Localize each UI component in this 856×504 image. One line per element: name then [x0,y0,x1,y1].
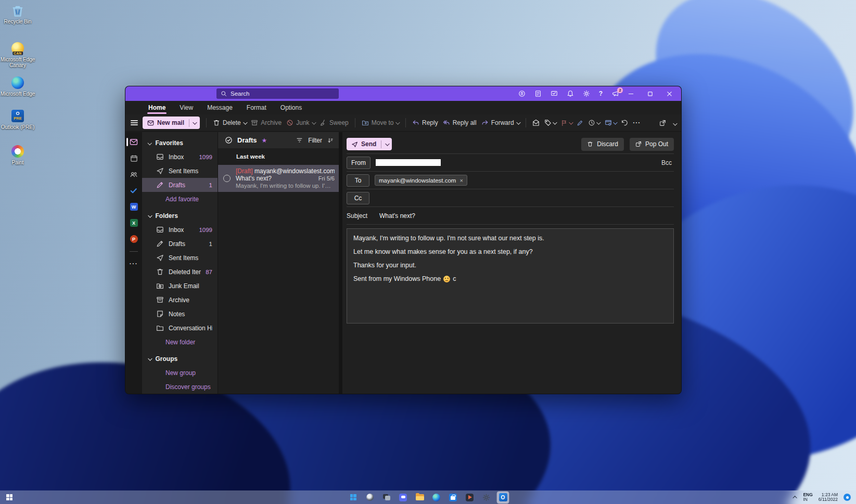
add-favorite-link[interactable]: Add favorite [142,192,218,206]
help-icon[interactable]: ? [599,90,603,97]
maximize-button[interactable] [647,91,658,97]
archive-button[interactable]: Archive [251,119,282,126]
junk-button[interactable]: Junk [286,119,315,126]
skype-icon[interactable] [518,90,526,97]
settings-button[interactable] [480,492,492,503]
language-indicator[interactable]: ENG IN [803,493,812,502]
folder-deleted-items[interactable]: Deleted Items 87 [142,265,218,279]
reply-all-button[interactable]: Reply all [443,119,477,126]
pop-out-button[interactable]: Pop Out [630,138,674,151]
groups-header[interactable]: Groups [142,352,218,366]
rail-mail-button[interactable] [125,138,142,146]
taskbar-corner-windows-icon[interactable] [6,490,12,504]
store-button[interactable] [447,492,459,503]
folder-sent-items[interactable]: Sent Items [142,251,218,265]
file-explorer-button[interactable] [414,492,426,503]
sweep-button[interactable]: Sweep [320,119,349,126]
chat-button[interactable] [397,492,409,503]
discard-button[interactable]: Discard [581,138,624,151]
desktop-icon-outlook-pre[interactable]: O PRE Outlook (PRE) [0,109,35,130]
folder-archive[interactable]: Archive [142,293,218,307]
new-mail-dropdown[interactable] [189,117,200,129]
categorize-button[interactable] [544,119,556,126]
forward-button[interactable]: Forward [481,119,520,126]
undo-button[interactable] [621,119,628,126]
read-unread-button[interactable] [532,119,540,126]
task-view-button[interactable] [380,492,392,503]
recipient-chip[interactable]: mayank@windowslatest.com × [375,175,467,186]
clock[interactable]: 1:23 AM 6/11/2022 [819,493,838,502]
titlebar[interactable]: Search ? [125,86,681,101]
open-in-new-window-button[interactable] [659,120,666,126]
send-button[interactable]: Send [347,138,392,150]
folder-junk-email[interactable]: Junk Email [142,279,218,293]
tab-options[interactable]: Options [280,101,302,114]
new-folder-link[interactable]: New folder [142,335,218,349]
rail-word-button[interactable]: W [125,203,142,211]
tab-format[interactable]: Format [247,101,266,114]
folder-conversation-history[interactable]: Conversation His... [142,321,218,335]
rail-more-apps-button[interactable]: ··· [125,260,142,267]
folder-inbox[interactable]: Inbox 1099 [142,223,218,237]
hidden-icons-chevron[interactable] [793,496,797,500]
from-button[interactable]: From [347,157,370,169]
from-value-redacted[interactable] [376,159,441,166]
desktop-icon-edge[interactable]: Microsoft Edge [0,76,35,97]
sort-icon[interactable] [327,137,334,144]
favorite-star-icon[interactable]: ★ [262,137,267,144]
reply-button[interactable]: Reply [412,119,438,126]
favorites-header[interactable]: Favorites [142,136,218,150]
rail-todo-button[interactable] [125,187,142,195]
tab-view[interactable]: View [180,101,193,114]
new-mail-button[interactable]: New mail [143,117,200,129]
list-group-header[interactable]: Last week [218,150,339,163]
notifications-bell-icon[interactable] [567,90,574,97]
message-body-editor[interactable]: Mayank, I'm writing to follow up. I'm no… [347,228,674,324]
close-button[interactable] [667,91,677,97]
send-dropdown[interactable] [381,138,392,150]
folder-notes[interactable]: Notes [142,307,218,321]
desktop-icon-recycle-bin[interactable]: Recycle Bin [0,4,35,24]
whats-new-icon[interactable]: 2 [611,90,619,97]
more-options-button[interactable]: ··· [633,119,641,126]
delete-button[interactable]: Delete [213,119,246,126]
folder-drafts[interactable]: Drafts 1 [142,237,218,251]
rail-excel-button[interactable]: X [125,219,142,227]
search-input[interactable]: Search [216,88,339,99]
search-button[interactable] [364,492,376,503]
hamburger-menu-icon[interactable] [131,119,138,126]
favorite-sent-items[interactable]: Sent Items [142,164,218,178]
item-select-circle[interactable] [223,175,231,182]
rules-button[interactable] [605,119,617,126]
cc-button[interactable]: Cc [347,192,369,204]
flag-button[interactable] [561,120,572,126]
start-button[interactable] [347,492,359,503]
to-button[interactable]: To [347,174,369,187]
snooze-button[interactable] [588,119,600,126]
draw-button[interactable] [577,120,583,126]
move-to-button[interactable]: Move to [362,119,399,126]
tab-message[interactable]: Message [207,101,233,114]
message-list-item[interactable]: [Draft] mayank@windowslatest.com What's … [218,165,339,192]
discover-groups-link[interactable]: Discover groups [142,380,218,394]
feedback-icon[interactable] [551,90,558,97]
settings-gear-icon[interactable] [583,90,590,97]
bcc-button[interactable]: Bcc [661,159,672,166]
desktop-icon-edge-canary[interactable]: CAN Microsoft Edge Canary [0,42,35,68]
edge-button[interactable] [430,492,442,503]
outlook-taskbar-button[interactable]: O [497,492,509,503]
favorite-inbox[interactable]: Inbox 1099 [142,150,218,164]
rail-people-button[interactable] [125,171,142,178]
desktop-icon-paint[interactable]: Paint [0,145,35,165]
subject-row[interactable]: Subject What's next? [347,207,674,225]
chip-close-icon[interactable]: × [459,177,463,184]
filter-button[interactable]: Filter [308,137,322,144]
collapse-ribbon-chevron[interactable] [673,121,677,125]
rail-calendar-button[interactable] [125,154,142,162]
select-all-check-icon[interactable] [225,136,233,144]
media-player-button[interactable] [464,492,476,503]
my-day-icon[interactable] [534,90,542,97]
tab-home[interactable]: Home [148,101,165,114]
folders-header[interactable]: Folders [142,209,218,223]
rail-powerpoint-button[interactable]: P [125,235,142,243]
